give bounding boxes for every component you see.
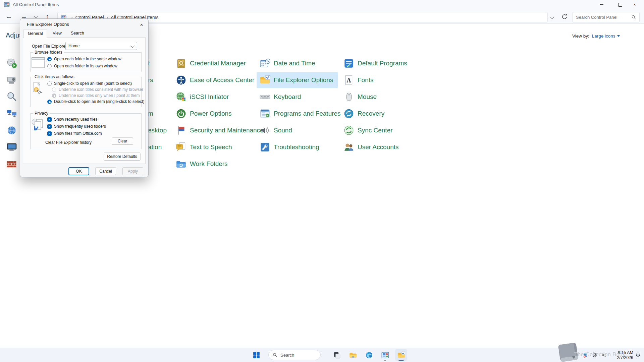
- item-default-programs[interactable]: Default Programs: [340, 55, 412, 71]
- ok-button[interactable]: OK: [68, 167, 89, 175]
- text-to-speech-icon: [175, 141, 187, 153]
- sound-icon: [259, 125, 271, 136]
- view-by-value[interactable]: Large icons: [592, 34, 615, 39]
- open-to-dropdown[interactable]: Home: [65, 42, 137, 50]
- option-label: Underline icon titles consistent with my…: [59, 87, 143, 92]
- address-dropdown-chevron-icon[interactable]: [550, 14, 553, 20]
- item-sound[interactable]: Sound: [257, 122, 297, 138]
- radio-icon: [52, 94, 56, 98]
- taskbar-app-control-panel[interactable]: [379, 349, 391, 361]
- autoplay-icon[interactable]: [6, 58, 17, 69]
- mouse-icon: [343, 91, 355, 103]
- item-label: Keyboard: [274, 93, 301, 101]
- chevron-down-icon: [130, 44, 135, 48]
- checkbox-show-frequently-used-folders[interactable]: ✓Show frequently used folders: [47, 124, 106, 129]
- radio-single-click-to-open-an-item-point-to-se[interactable]: Single-click to open an item (point to s…: [47, 81, 132, 86]
- item-mouse[interactable]: Mouse: [340, 89, 381, 105]
- svg-text:A: A: [346, 77, 351, 84]
- item-label: Security and Maintenance: [190, 127, 264, 134]
- item-credential-manager[interactable]: Credential Manager: [173, 55, 251, 71]
- item-user-accounts[interactable]: User Accounts: [340, 139, 404, 155]
- app-alert-icon[interactable]: [583, 352, 588, 358]
- back-button[interactable]: ←: [5, 12, 13, 21]
- open-to-value: Home: [68, 44, 79, 48]
- dialog-close-icon[interactable]: ×: [137, 21, 146, 28]
- radio-icon: [52, 87, 56, 92]
- checkbox-show-files-from-office-com[interactable]: ✓Show files from Office.com: [47, 131, 102, 136]
- control-panel-search-input[interactable]: Search Control Panel: [572, 12, 640, 22]
- restore-defaults-button[interactable]: Restore Defaults: [104, 153, 141, 161]
- tab-search[interactable]: Search: [67, 29, 88, 38]
- taskbar-search-placeholder: Search: [280, 353, 294, 358]
- taskbar-app-file-explorer[interactable]: [347, 349, 359, 361]
- work-folders-icon: [175, 158, 187, 170]
- item-sync-center[interactable]: Sync Center: [340, 122, 397, 138]
- edge-icon: [365, 351, 373, 359]
- partial-item-label-fragment[interactable]: ation: [148, 143, 162, 151]
- clock-date: 2/7/2026: [604, 355, 633, 360]
- radio-double-click-to-open-an-item-single-clic[interactable]: Double-click to open an item (single-cli…: [47, 99, 144, 104]
- checkbox-show-recently-used-files[interactable]: ✓Show recently used files: [47, 117, 97, 122]
- watermark-book-icon: [551, 340, 583, 362]
- tab-general[interactable]: General: [23, 29, 47, 38]
- no-internet-icon[interactable]: [592, 352, 598, 358]
- item-file-explorer-options[interactable]: File Explorer Options: [257, 72, 338, 88]
- radio-open-each-folder-in-the-same-window[interactable]: Open each folder in the same window: [47, 57, 121, 61]
- item-fonts[interactable]: AFonts: [340, 72, 378, 88]
- system-icon[interactable]: [6, 141, 17, 153]
- click-pointer-icon: [33, 82, 43, 97]
- item-ease-of-access-center[interactable]: Ease of Access Center: [173, 72, 259, 88]
- item-security-and-maintenance[interactable]: Security and Maintenance: [173, 122, 268, 138]
- apply-button[interactable]: Apply: [122, 167, 143, 175]
- checkbox-icon: ✓: [47, 131, 52, 136]
- region-icon[interactable]: [6, 125, 17, 136]
- item-keyboard[interactable]: Keyboard: [257, 89, 306, 105]
- maximize-button[interactable]: [612, 0, 628, 9]
- item-troubleshooting[interactable]: Troubleshooting: [257, 139, 324, 155]
- minimize-button[interactable]: [594, 0, 609, 9]
- file-explorer-options-dialog: File Explorer Options × GeneralViewSearc…: [20, 18, 149, 177]
- user-accounts-icon: [343, 141, 355, 153]
- item-text-to-speech[interactable]: Text to Speech: [173, 139, 237, 155]
- tab-view[interactable]: View: [49, 29, 66, 38]
- folder-window-icon: [31, 57, 45, 69]
- search-placeholder: Search Control Panel: [573, 15, 631, 20]
- taskbar-app-file-explorer-options[interactable]: [395, 349, 407, 361]
- indexing-options-icon[interactable]: [6, 91, 17, 103]
- clear-button[interactable]: Clear: [112, 137, 133, 145]
- security-maintenance-icon: [175, 125, 187, 136]
- item-power-options[interactable]: Power Options: [173, 106, 236, 122]
- file-explorer-options-icon: [259, 74, 271, 86]
- credential-manager-icon: [175, 58, 187, 69]
- active-indicator: [398, 360, 404, 361]
- partial-item-label-fragment[interactable]: m: [148, 110, 153, 117]
- cancel-button[interactable]: Cancel: [95, 167, 116, 175]
- taskbar-clock[interactable]: 9:15 AM 2/7/2026: [604, 350, 633, 360]
- view-by-control[interactable]: View by: Large icons: [572, 34, 620, 39]
- troubleshooting-icon: [259, 141, 271, 153]
- option-label: Open each folder in its own window: [54, 64, 117, 68]
- partial-item-label-fragment[interactable]: rs: [148, 76, 153, 84]
- network-sharing-icon[interactable]: [6, 108, 17, 119]
- item-work-folders[interactable]: Work Folders: [173, 156, 232, 172]
- item-programs-and-features[interactable]: Programs and Features: [257, 106, 345, 122]
- device-manager-icon[interactable]: [6, 74, 17, 86]
- start-button[interactable]: [252, 351, 261, 359]
- close-button[interactable]: ×: [627, 0, 642, 9]
- keyboard-icon: [259, 91, 271, 103]
- taskbar-app-edge[interactable]: [363, 349, 375, 361]
- control-panel-window-icon: [4, 2, 10, 7]
- item-iscsi-initiator[interactable]: iSCSI Initiator: [173, 89, 233, 105]
- taskbar-app-stacked-windows[interactable]: [331, 349, 343, 361]
- notification-bell-icon[interactable]: z: [635, 352, 641, 358]
- browse-folders-group: Browse folders Open each folder in the s…: [30, 52, 142, 72]
- refresh-icon[interactable]: [561, 13, 568, 20]
- partial-item-label-fragment[interactable]: esktop: [148, 127, 167, 134]
- taskbar: [0, 348, 644, 362]
- firewall-icon[interactable]: [6, 158, 17, 170]
- taskbar-search-input[interactable]: Search: [268, 350, 321, 360]
- item-label: Work Folders: [190, 160, 228, 168]
- item-date-and-time[interactable]: Date and Time: [257, 55, 320, 71]
- item-recovery[interactable]: Recovery: [340, 106, 389, 122]
- radio-open-each-folder-in-its-own-window[interactable]: Open each folder in its own window: [47, 64, 117, 68]
